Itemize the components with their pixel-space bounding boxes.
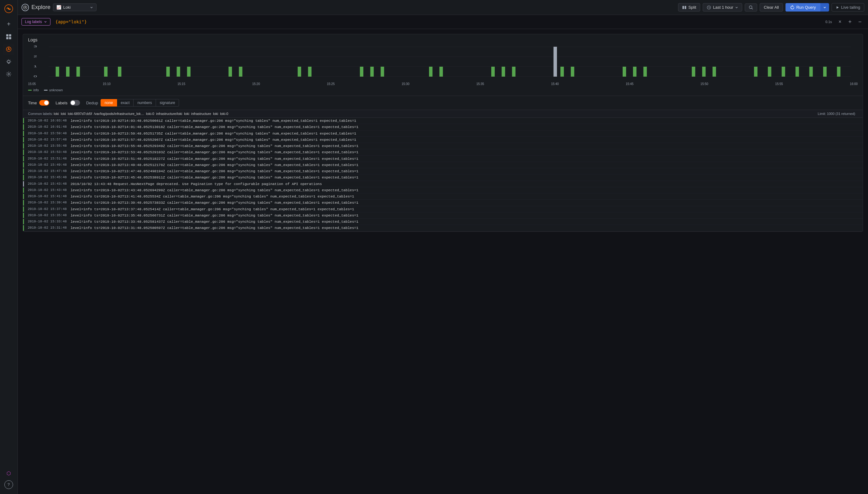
log-bar-info: [23, 194, 24, 199]
svg-rect-5: [9, 37, 11, 39]
log-message: level=info ts=2019-10-02T13:37:48.052541…: [71, 207, 863, 212]
dedup-signature-button[interactable]: signature: [156, 99, 179, 107]
log-line[interactable]: 2019-10-02 15:53:48 level=info ts=2019-1…: [23, 149, 863, 155]
legend-info-dot: [28, 90, 32, 91]
log-line[interactable]: 2019-10-02 15:37:48 level=info ts=2019-1…: [23, 206, 863, 212]
content-area: Logs 3 2 1 0: [18, 29, 868, 494]
log-message: level=info ts=2019-10-02T13:31:48.052580…: [71, 225, 863, 230]
sidebar-item-alerting[interactable]: [3, 56, 14, 67]
log-line[interactable]: 2019-10-02 15:31:48 level=info ts=2019-1…: [23, 225, 863, 231]
chart-area: 3 2 1 0: [28, 44, 858, 82]
split-icon: [682, 5, 687, 10]
time-range-label: Last 1 hour: [713, 5, 733, 10]
svg-rect-33: [360, 66, 363, 77]
log-line[interactable]: 2019-10-02 15:43:48 level=info ts=2019-1…: [23, 187, 863, 193]
close-query-button[interactable]: ×: [836, 17, 844, 26]
common-labels-values: loki loki loki-6897d7cb5f /var/log/pods/…: [54, 112, 229, 116]
dedup-exact-button[interactable]: exact: [117, 99, 134, 107]
svg-rect-10: [685, 6, 686, 9]
svg-rect-41: [554, 47, 557, 77]
svg-rect-49: [713, 66, 716, 77]
log-message: level=info ts=2019-10-02T13:35:48.052566…: [71, 213, 863, 218]
svg-text:2: 2: [34, 55, 37, 58]
log-labels-button[interactable]: Log labels: [21, 18, 51, 25]
sidebar-item-explore[interactable]: [3, 44, 14, 55]
log-bar-info: [23, 219, 24, 224]
add-query-button[interactable]: +: [846, 17, 854, 26]
dedup-label: Dedup: [86, 101, 98, 105]
log-line[interactable]: 2019-10-02 15:33:48 level=info ts=2019-1…: [23, 218, 863, 225]
live-tailing-button[interactable]: Live tailing: [832, 3, 864, 12]
log-line[interactable]: 2019-10-02 15:59:48 level=info ts=2019-1…: [23, 131, 863, 137]
log-bar-info: [23, 156, 24, 162]
remove-query-button[interactable]: −: [855, 17, 864, 26]
chart-legend: info unknown: [28, 86, 858, 93]
sidebar-item-help[interactable]: ?: [4, 480, 13, 489]
datasource-selector[interactable]: 📈 Loki: [53, 3, 97, 11]
log-time: 2019-10-02 15:51:48: [26, 156, 71, 162]
search-button[interactable]: [745, 3, 757, 12]
log-message: level=info ts=2019-10-02T13:55:48.052529…: [71, 143, 863, 149]
grafana-logo[interactable]: [2, 2, 15, 15]
svg-rect-40: [512, 66, 516, 77]
log-time: 2019-10-02 15:59:48: [26, 131, 71, 136]
log-time: 2019-10-02 15:47:48: [26, 169, 71, 174]
x-label-4: 15:25: [327, 82, 335, 86]
log-line[interactable]: 2019-10-02 15:39:48 level=info ts=2019-1…: [23, 200, 863, 206]
svg-rect-43: [571, 66, 574, 77]
log-line[interactable]: 2019-10-02 15:57:48 level=info ts=2019-1…: [23, 137, 863, 143]
svg-rect-24: [104, 66, 107, 77]
log-message: level=info ts=2019-10-02T13:45:48.052538…: [71, 175, 863, 180]
sidebar-item-add[interactable]: +: [3, 19, 14, 30]
common-labels-limit: Limit: 1000 (31 returned): [818, 112, 855, 116]
dedup-numbers-button[interactable]: numbers: [134, 99, 156, 107]
legend-unknown-dot: [44, 90, 47, 91]
log-bar-info: [23, 200, 24, 205]
clear-all-button[interactable]: Clear All: [760, 3, 783, 12]
log-line[interactable]: 2019-10-02 15:45:48 level=info ts=2019-1…: [23, 174, 863, 180]
legend-info-label: info: [33, 88, 39, 92]
time-toggle[interactable]: [39, 100, 49, 106]
log-line[interactable]: 2019-10-02 15:47:48 level=info ts=2019-1…: [23, 168, 863, 174]
dedup-none-button[interactable]: none: [101, 99, 117, 107]
svg-rect-25: [118, 66, 121, 77]
svg-rect-27: [177, 66, 180, 77]
log-message: level=info ts=2019-10-02T14:03:48.052506…: [71, 118, 863, 124]
log-bar-info: [23, 131, 24, 136]
sidebar-item-dashboards[interactable]: [3, 31, 14, 42]
svg-text:3: 3: [34, 45, 37, 48]
log-bar-unknown: [23, 181, 24, 187]
log-bar-info: [23, 207, 24, 212]
log-bar-info: [23, 213, 24, 218]
time-range-button[interactable]: Last 1 hour: [703, 3, 742, 12]
log-line[interactable]: 2019-10-02 16:01:48 level=info ts=2019-1…: [23, 124, 863, 130]
log-labels-text: Log labels: [25, 20, 42, 24]
run-query-button[interactable]: Run Query: [786, 3, 821, 12]
controls-row: Time Labels Dedup none exact: [23, 96, 863, 110]
log-time: 2019-10-02 15:31:48: [26, 225, 71, 230]
labels-toggle[interactable]: [70, 100, 80, 106]
log-line[interactable]: 2019-10-02 15:41:48 level=info ts=2019-1…: [23, 193, 863, 200]
svg-rect-23: [76, 66, 80, 77]
run-query-dropdown[interactable]: [821, 3, 829, 12]
log-line[interactable]: 2019-10-02 15:35:48 level=info ts=2019-1…: [23, 212, 863, 218]
svg-rect-46: [644, 66, 647, 77]
svg-rect-4: [6, 37, 8, 39]
sidebar-bottom: ⬡ ?: [3, 468, 14, 492]
svg-rect-55: [823, 66, 827, 77]
log-line[interactable]: 2019-10-02 16:03:48 level=info ts=2019-1…: [23, 118, 863, 124]
sidebar-item-config[interactable]: [3, 69, 14, 80]
split-button[interactable]: Split: [678, 3, 700, 12]
datasource-icon: 📈: [56, 5, 61, 10]
sidebar-item-plugin[interactable]: ⬡: [3, 468, 14, 479]
log-line[interactable]: 2019-10-02 15:49:48 level=info ts=2019-1…: [23, 162, 863, 168]
log-time: 2019-10-02 15:43:48: [26, 188, 71, 193]
query-input[interactable]: [53, 18, 823, 25]
log-line[interactable]: 2019-10-02 15:43:48 2019/10/02 13:43:48 …: [23, 181, 863, 187]
log-message: 2019/10/02 13:43:48 Request.HasNextPage …: [71, 181, 863, 187]
svg-rect-47: [692, 66, 695, 77]
chevron-down-icon-4: [44, 20, 47, 23]
log-line[interactable]: 2019-10-02 15:51:48 level=info ts=2019-1…: [23, 156, 863, 162]
legend-info: info: [28, 88, 39, 92]
log-line[interactable]: 2019-10-02 15:55:48 level=info ts=2019-1…: [23, 143, 863, 149]
